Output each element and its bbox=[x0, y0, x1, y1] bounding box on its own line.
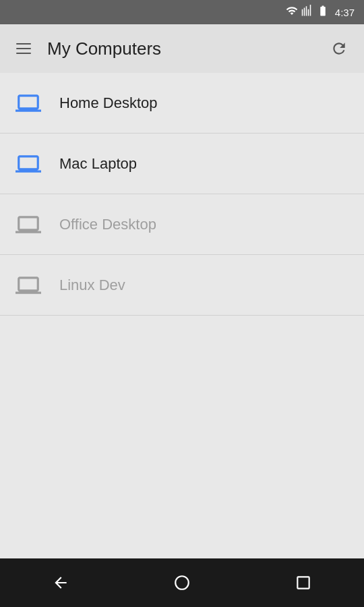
hamburger-line-1 bbox=[16, 43, 31, 45]
signal-icon bbox=[301, 5, 313, 20]
svg-rect-1 bbox=[297, 577, 309, 588]
page-title: My Computers bbox=[47, 38, 325, 59]
hamburger-line-3 bbox=[16, 53, 31, 54]
svg-point-0 bbox=[175, 576, 189, 589]
list-item[interactable]: Linux Dev bbox=[0, 255, 364, 316]
computer-name: Home Desktop bbox=[59, 94, 158, 112]
refresh-button[interactable] bbox=[325, 34, 353, 63]
hamburger-line-2 bbox=[16, 48, 31, 49]
battery-icon bbox=[317, 5, 329, 20]
list-item[interactable]: Home Desktop bbox=[0, 73, 364, 134]
computer-icon bbox=[13, 270, 43, 300]
wifi-icon bbox=[286, 5, 298, 20]
status-icons: 4:37 bbox=[286, 5, 355, 20]
menu-button[interactable] bbox=[11, 38, 36, 59]
computer-icon bbox=[13, 88, 43, 118]
app-bar: My Computers bbox=[0, 24, 364, 73]
computer-name: Linux Dev bbox=[59, 277, 125, 294]
recent-apps-button[interactable] bbox=[288, 567, 319, 598]
computer-name: Mac Laptop bbox=[59, 155, 137, 173]
status-bar: 4:37 bbox=[0, 0, 364, 24]
nav-bar bbox=[0, 558, 364, 607]
list-item[interactable]: Office Desktop bbox=[0, 194, 364, 255]
computer-icon bbox=[13, 149, 43, 179]
computer-icon bbox=[13, 210, 43, 239]
home-button[interactable] bbox=[166, 567, 198, 598]
status-time: 4:37 bbox=[335, 7, 355, 18]
list-item[interactable]: Mac Laptop bbox=[0, 134, 364, 194]
computer-list: Home Desktop Mac Laptop Office Desktop L… bbox=[0, 73, 364, 558]
computer-name: Office Desktop bbox=[59, 216, 156, 233]
back-button[interactable] bbox=[45, 567, 76, 598]
